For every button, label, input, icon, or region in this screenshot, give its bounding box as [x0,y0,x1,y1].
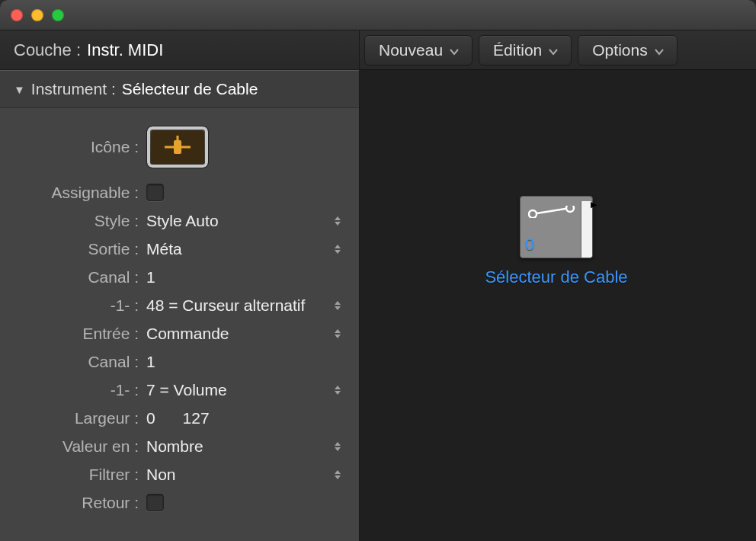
row-canal-out: Canal : 1 [6,263,353,291]
neg1-in-value[interactable]: 7 = Volume [146,381,227,399]
row-neg1-out: -1- : 48 = Curseur alternatif [6,291,353,319]
row-valeur-en: Valeur en : Nombre [6,432,353,460]
row-icone: Icône : [6,120,353,174]
row-filtrer: Filtrer : Non [6,460,353,488]
row-entree: Entrée : Commande [6,319,353,347]
sortie-value[interactable]: Méta [146,240,182,258]
output-port-icon[interactable]: ▶ [591,200,597,210]
sortie-label: Sortie : [6,240,143,258]
retour-checkbox[interactable] [146,494,164,511]
canal-in-value[interactable]: 1 [146,353,155,371]
properties-list: Icône : Assignable : [0,108,359,541]
style-value[interactable]: Style Auto [146,212,219,230]
neg1-out-label: -1- : [6,296,143,315]
row-sortie: Sortie : Méta [6,235,353,263]
row-retour: Retour : [6,488,353,517]
svg-point-5 [566,206,574,212]
neg1-in-stepper[interactable] [333,380,347,400]
titlebar [0,0,756,30]
style-label: Style : [6,212,143,230]
options-menu-button[interactable]: Options [578,35,677,66]
window-controls [11,9,64,21]
edit-menu-label: Édition [493,41,542,59]
instrument-icon [151,130,204,164]
entree-value[interactable]: Commande [146,325,229,343]
filtrer-label: Filtrer : [6,466,143,484]
toolbar: Nouveau Édition Options [360,30,756,70]
canal-out-label: Canal : [6,268,143,287]
retour-label: Retour : [6,494,143,512]
row-assignable: Assignable : [6,178,353,206]
icone-well[interactable] [146,126,209,168]
canal-out-value[interactable]: 1 [146,268,155,287]
svg-line-3 [532,208,570,214]
row-largeur: Largeur : 0 127 [6,404,353,432]
row-canal-in: Canal : 1 [6,347,353,376]
largeur-min: 0 [146,409,155,427]
minimize-button[interactable] [31,9,43,21]
canvas[interactable]: ▶ 0 Sélecteur de Cable [360,70,756,541]
node-box[interactable]: ▶ 0 [520,196,593,258]
new-menu-label: Nouveau [379,41,443,59]
largeur-value[interactable]: 0 127 [146,409,210,427]
valeur-en-stepper[interactable] [333,437,347,456]
layer-label: Couche : [14,40,81,60]
instrument-label: Instrument : [31,80,116,98]
node-zero: 0 [525,235,534,254]
svg-rect-1 [174,140,181,154]
style-stepper[interactable] [333,211,347,231]
layer-value: Instr. MIDI [87,40,163,60]
entree-stepper[interactable] [333,324,347,344]
instrument-value: Sélecteur de Cable [122,80,258,98]
instrument-section-header[interactable]: ▼ Instrument : Sélecteur de Cable [0,70,359,108]
environment-node[interactable]: ▶ 0 Sélecteur de Cable [480,196,633,287]
cable-icon [528,206,575,218]
canal-in-label: Canal : [6,353,143,371]
sortie-stepper[interactable] [333,239,347,259]
close-button[interactable] [11,9,23,21]
neg1-out-value[interactable]: 48 = Curseur alternatif [146,296,305,315]
assignable-label: Assignable : [6,184,143,202]
row-neg1-in: -1- : 7 = Volume [6,376,353,404]
zoom-button[interactable] [52,9,64,21]
edit-menu-button[interactable]: Édition [479,35,572,66]
valeur-en-value[interactable]: Nombre [146,437,203,456]
chevron-down-icon [548,41,559,59]
assignable-checkbox[interactable] [146,184,164,201]
largeur-max: 127 [183,409,210,427]
valeur-en-label: Valeur en : [6,437,143,456]
inspector-panel: Couche : Instr. MIDI ▼ Instrument : Séle… [0,30,360,541]
canvas-panel: Nouveau Édition Options [360,30,756,541]
entree-label: Entrée : [6,325,143,343]
layer-header[interactable]: Couche : Instr. MIDI [0,30,359,70]
row-style: Style : Style Auto [6,206,353,235]
node-label[interactable]: Sélecteur de Cable [480,267,633,287]
content: Couche : Instr. MIDI ▼ Instrument : Séle… [0,30,756,541]
filtrer-value[interactable]: Non [146,466,176,484]
neg1-in-label: -1- : [6,381,143,399]
chevron-down-icon [449,41,460,59]
chevron-down-icon [654,41,665,59]
svg-point-4 [529,210,537,218]
filtrer-stepper[interactable] [333,465,347,485]
neg1-out-stepper[interactable] [333,296,347,315]
largeur-label: Largeur : [6,409,143,427]
new-menu-button[interactable]: Nouveau [364,35,472,66]
disclosure-triangle-icon[interactable]: ▼ [14,83,25,96]
options-menu-label: Options [592,41,647,59]
icone-label: Icône : [6,138,143,156]
